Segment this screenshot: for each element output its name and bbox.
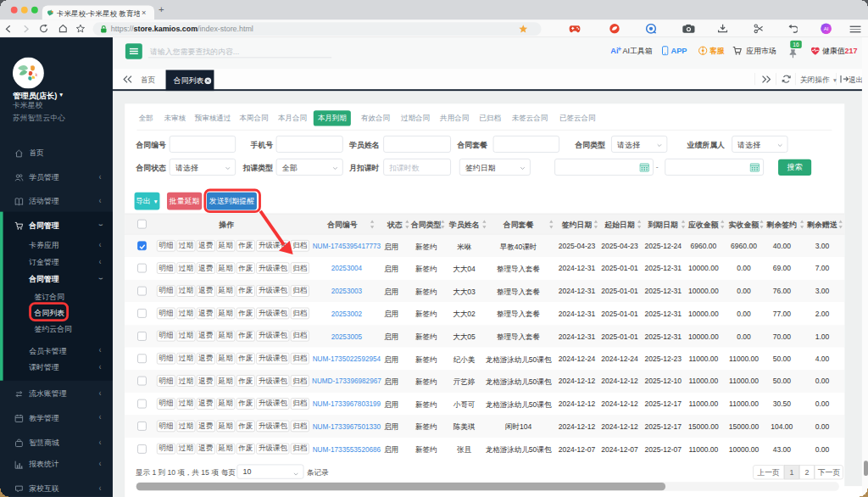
svg-text:AI: AI	[824, 26, 829, 31]
svg-text:Ai: Ai	[610, 47, 618, 55]
